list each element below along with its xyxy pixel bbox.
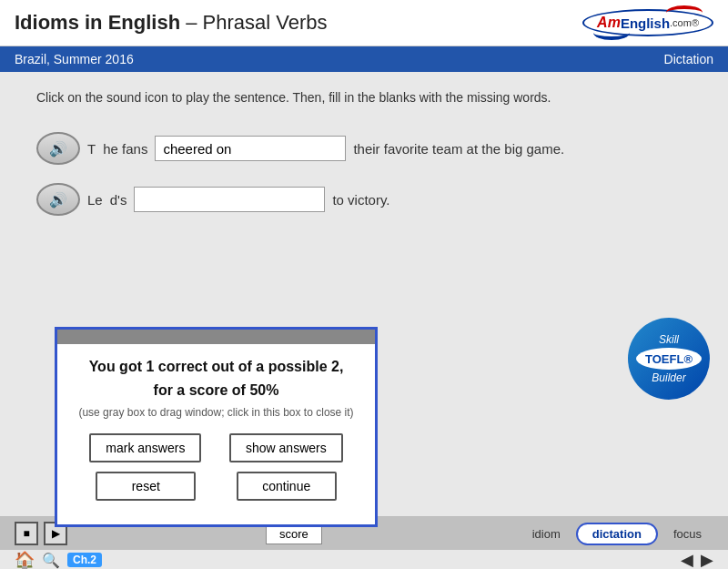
show-answers-button[interactable]: show answers — [229, 433, 343, 462]
logo-blue-arc — [593, 25, 630, 40]
logo-red-arc — [666, 5, 703, 20]
page-title: Idioms in English – Phrasal Verbs — [15, 11, 328, 35]
toefl-widget: Skill TOEFL® Builder — [628, 318, 710, 400]
page-nav: ◀ ▶ — [681, 550, 713, 569]
subheader: Brazil, Summer 2016 Dictation — [0, 46, 728, 72]
bottom-left-icons: 🏠 🔍 Ch.2 — [15, 550, 102, 569]
sentence-row-2: 🔊 Le d's to victory. — [36, 183, 692, 216]
sentence-prefix-1: T — [87, 141, 96, 157]
sentence-row-1: 🔊 T he fans their favorite team at the b… — [36, 132, 692, 165]
continue-button[interactable]: continue — [237, 472, 337, 501]
fill-input-2[interactable] — [134, 187, 325, 212]
stop-button[interactable]: ■ — [15, 522, 38, 545]
next-arrow[interactable]: ▶ — [701, 550, 713, 569]
stop-icon: ■ — [23, 527, 29, 540]
popup-score-line1: You got 1 correct out of a possible 2, — [76, 359, 357, 375]
toefl-main-label: TOEFL® — [645, 352, 693, 366]
popup-score-line2: for a score of 50% — [76, 382, 357, 399]
speaker-icon-2: 🔊 — [49, 191, 67, 208]
home-button[interactable]: 🏠 — [15, 550, 35, 569]
tab-dictation[interactable]: dictation — [576, 523, 658, 545]
sentence-suffix-1: their favorite team at the big game. — [353, 141, 564, 157]
popup-buttons-row2: reset continue — [76, 472, 357, 501]
popup-buttons-row1: mark answers show answers — [76, 433, 357, 462]
toefl-oval: TOEFL® — [636, 348, 702, 370]
nav-tabs: idiom dictation focus — [521, 523, 713, 545]
mark-answers-button[interactable]: mark answers — [89, 433, 201, 462]
toefl-outer[interactable]: Skill TOEFL® Builder — [628, 318, 710, 400]
amenglish-logo: AmEnglish.com® — [582, 9, 713, 36]
sentence-suffix-2: to victory. — [332, 192, 389, 208]
main-content: Click on the sound icon to play the sent… — [0, 72, 728, 491]
sentence-prefix-2: Le — [87, 192, 103, 208]
instructions-text: Click on the sound icon to play the sent… — [36, 90, 692, 105]
popup-hint: (use gray box to drag window; click in t… — [76, 406, 357, 419]
search-button[interactable]: 🔍 — [42, 552, 60, 569]
sentence-middle-2: d's — [110, 192, 127, 208]
sound-button-1[interactable]: 🔊 — [36, 132, 80, 165]
header: Idioms in English – Phrasal Verbs AmEngl… — [0, 0, 728, 46]
location-label: Brazil, Summer 2016 — [15, 52, 134, 66]
prev-arrow[interactable]: ◀ — [681, 550, 693, 569]
score-popup[interactable]: You got 1 correct out of a possible 2, f… — [55, 327, 378, 527]
popup-drag-handle[interactable] — [57, 330, 375, 344]
reset-button[interactable]: reset — [96, 472, 196, 501]
tab-idiom[interactable]: idiom — [521, 523, 572, 544]
sentence-middle-1: he fans — [103, 141, 147, 157]
speaker-icon-1: 🔊 — [49, 140, 67, 157]
play-icon: ▶ — [52, 527, 60, 540]
tab-focus[interactable]: focus — [662, 523, 713, 544]
bottom-bar-bottom: 🏠 🔍 Ch.2 ◀ ▶ — [0, 550, 728, 569]
popup-body[interactable]: You got 1 correct out of a possible 2, f… — [57, 344, 375, 524]
mode-label: Dictation — [664, 52, 713, 66]
toefl-skill-label: Skill — [659, 333, 679, 346]
chapter-badge[interactable]: Ch.2 — [67, 553, 102, 567]
sound-button-2[interactable]: 🔊 — [36, 183, 80, 216]
fill-input-1[interactable] — [155, 136, 346, 161]
toefl-builder-label: Builder — [652, 371, 685, 384]
